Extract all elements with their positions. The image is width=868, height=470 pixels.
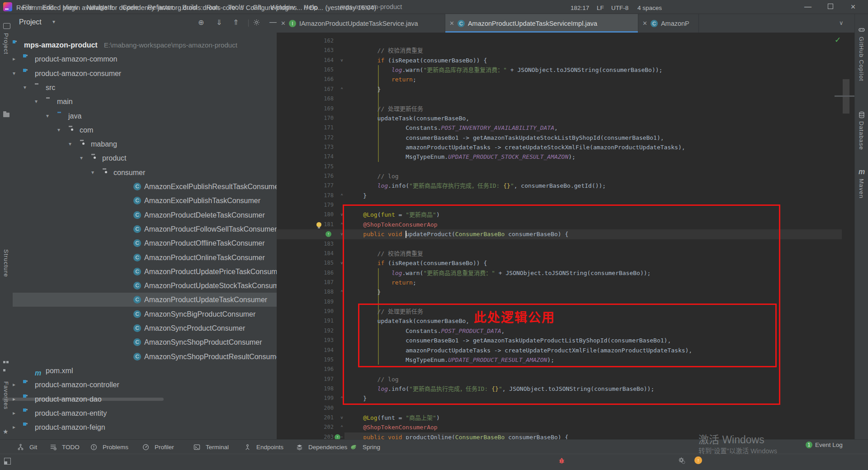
chevron-down-icon[interactable]: ▾ (57, 123, 60, 137)
code-line[interactable]: } (349, 85, 381, 94)
close-button[interactable]: × (842, 2, 864, 12)
tree-row[interactable]: ▸product-amazon-feign (13, 420, 277, 434)
toolbar-profiler[interactable]: Profiler (142, 440, 174, 454)
locate-file-icon[interactable]: ⊕ (198, 18, 204, 27)
line-ending[interactable]: LF (597, 5, 604, 11)
toolbar-problems[interactable]: Problems (90, 440, 128, 454)
project-tree-hscrollbar[interactable] (2, 398, 164, 401)
tool-strip-favorites-label[interactable]: Favorites (3, 381, 9, 409)
toolbar-todo[interactable]: TODO (50, 440, 80, 454)
tree-row[interactable]: ▾product (13, 151, 277, 165)
tree-row[interactable]: CAmazonProductUpdateTaskConsumer (13, 293, 277, 307)
folder-tool-icon[interactable] (3, 113, 9, 117)
tree-row[interactable]: CAmazonExcelPublishResultTaskConsumer (13, 180, 277, 194)
code-line[interactable]: @ShopTokenConsumerAop (349, 423, 438, 432)
highlighting-gear-icon[interactable] (678, 457, 685, 465)
maximize-button[interactable] (819, 3, 842, 11)
code-line[interactable]: consumerBaseBo1 -> getAmazonTaskUpdateSt… (349, 133, 664, 142)
intention-bulb-icon[interactable] (316, 222, 321, 227)
tree-row[interactable]: ▾mabang (13, 137, 277, 151)
tree-row[interactable]: ▸product-amazon-entity (13, 406, 277, 420)
implements-gutter-icon[interactable]: ↑ (335, 434, 340, 439)
structure-blocks-icon[interactable] (3, 357, 9, 373)
toolbar-terminal[interactable]: Terminal (193, 440, 229, 454)
tree-row[interactable]: ▾consumer (13, 166, 277, 180)
indent-setting[interactable]: 4 spaces (637, 5, 662, 11)
chevron-right-icon[interactable]: ▸ (13, 52, 15, 66)
tree-row[interactable]: CAmazonSyncProductConsumer (13, 321, 277, 335)
tool-strip-github-copilot-label[interactable]: GitHub Copilot (859, 37, 865, 81)
tree-row[interactable]: CAmazonSyncShopProductResultConsumer (13, 350, 277, 364)
project-header-label[interactable]: Project (19, 18, 42, 26)
fold-marker-icon[interactable]: ^ (338, 191, 345, 200)
fold-marker-icon[interactable]: ^ (338, 423, 345, 432)
status-message[interactable]: Recommended plugin available for depende… (16, 4, 376, 11)
minimize-button[interactable]: — (797, 3, 819, 11)
toolbar-endpoints[interactable]: Endpoints (244, 440, 283, 454)
chevron-down-icon[interactable]: ▾ (24, 81, 26, 95)
tree-row[interactable]: CAmazonProductOnlineTaskConsumer (13, 251, 277, 265)
code-line[interactable]: // 校验消费重复 (349, 46, 423, 55)
code-line[interactable]: return; (349, 75, 416, 84)
code-line[interactable]: MsgTypeEnum.UPDATE_PRODUCT_STOCK_RESULT_… (349, 152, 576, 161)
chevron-down-icon[interactable]: ▾ (46, 109, 49, 123)
tab-IAmazonProductUpdateTaskService.java[interactable]: ✕IIAmazonProductUpdateTaskService.java (277, 14, 445, 33)
project-header-caret-icon[interactable]: ▾ (52, 19, 55, 25)
tree-row[interactable]: mps-amazon-productE:\mabang-workspace\mp… (13, 38, 277, 52)
tree-row[interactable]: ▾main (13, 95, 277, 109)
tool-strip-maven-label[interactable]: Maven (859, 179, 865, 199)
close-tab-icon[interactable]: ✕ (281, 20, 286, 27)
database-icon[interactable] (855, 111, 868, 120)
chevron-right-icon[interactable]: ▸ (13, 420, 15, 434)
code-line[interactable]: if (isRepeat(consumerBaseBo)) { (349, 56, 487, 65)
tree-row[interactable]: ▾product-amazon-consumer (13, 66, 277, 81)
chevron-right-icon[interactable]: ▸ (13, 378, 15, 392)
code-line[interactable]: amazonProductUpdateTasks -> createUpdate… (349, 142, 685, 152)
maven-icon[interactable]: m (855, 168, 868, 176)
tree-row[interactable]: ▾com (13, 123, 277, 137)
code-line[interactable]: } (349, 191, 367, 200)
code-line[interactable]: Constants.POST_INVENTORY_AVAILABILITY_DA… (349, 123, 558, 133)
tool-strip-structure-label[interactable]: Structure (3, 249, 9, 277)
tree-row[interactable]: CAmazonProductOfflineTaskConsumer (13, 236, 277, 250)
hide-panel-icon[interactable]: — (269, 18, 277, 26)
toolbar-git[interactable]: Git (17, 440, 37, 454)
tab-overflow-chevron-icon[interactable]: ∨ (839, 19, 844, 26)
event-log-button[interactable]: 1 Event Log (806, 442, 843, 448)
code-line[interactable]: log.warn("更新商品库存消息重复消费：" + JSONObject.to… (349, 65, 662, 75)
tool-strip-database-label[interactable]: Database (859, 121, 865, 150)
fold-marker-icon[interactable]: ^ (338, 85, 345, 94)
tree-row[interactable]: CAmazonProductUpdateStockTaskConsumer (13, 279, 277, 293)
toolbar-spring[interactable]: Spring (350, 440, 380, 454)
chevron-right-icon[interactable]: ▸ (13, 406, 15, 420)
tree-row[interactable]: ▸product-amazon-controller (13, 378, 277, 392)
chevron-down-icon[interactable]: ▾ (91, 166, 94, 180)
code-line[interactable]: // 处理更新任务 (349, 104, 423, 114)
code-line[interactable]: public void productOnline(ConsumerBaseBo… (349, 432, 568, 439)
code-line[interactable]: log.info("更新商品库存执行完成，任务ID: {}", consumer… (349, 181, 606, 190)
tree-row[interactable]: CAmazonSyncBigProductConsumer (13, 307, 277, 321)
code-line[interactable]: updateTask(consumerBaseBo, (349, 114, 469, 123)
file-encoding[interactable]: UTF-8 (611, 5, 628, 11)
collapse-all-icon[interactable]: ⇑ (233, 18, 239, 27)
tree-row[interactable]: mpom.xml (13, 364, 277, 378)
tree-row[interactable]: CAmazonProductUpdatePriceTaskConsumer (13, 265, 277, 279)
tree-row[interactable]: ▾src (13, 81, 277, 95)
code-line[interactable]: // log (349, 171, 399, 181)
tree-row[interactable]: CAmazonProductDeleteTaskConsumer (13, 208, 277, 222)
chevron-down-icon[interactable]: ▾ (13, 66, 15, 81)
tree-row[interactable]: CAmazonProductFollowSellTaskConsumer (13, 222, 277, 236)
expand-all-icon[interactable]: ⇓ (216, 18, 222, 27)
close-tab-icon[interactable]: ✕ (642, 20, 647, 27)
settings-gear-icon[interactable] (253, 19, 260, 28)
favorites-star-icon[interactable]: ★ (3, 428, 9, 435)
inspection-ok-icon[interactable]: ✓ (835, 35, 841, 45)
code-line[interactable]: @Log(funt = "商品上架") (349, 413, 440, 423)
close-tab-icon[interactable]: ✕ (449, 20, 454, 27)
tree-row[interactable]: ▸product-amazon-common (13, 52, 277, 66)
tree-row[interactable]: CAmazonSyncShopProductConsumer (13, 335, 277, 349)
fold-marker-icon[interactable]: v (338, 413, 345, 423)
memory-indicator-icon[interactable]: ↑ (694, 456, 702, 464)
project-tool-icon[interactable] (3, 23, 10, 29)
caret-position[interactable]: 182:17 (571, 5, 589, 11)
